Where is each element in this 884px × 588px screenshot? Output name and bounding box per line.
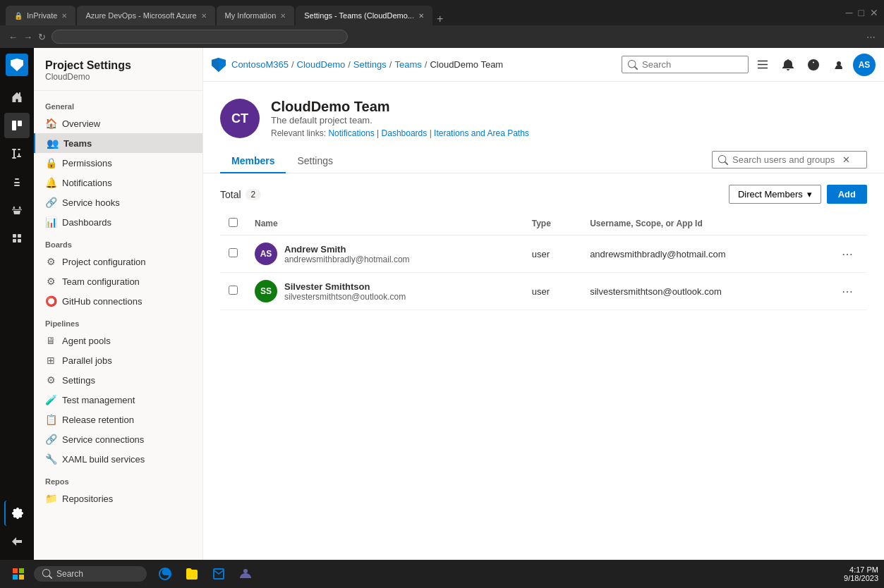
activity-icon-home[interactable] — [4, 85, 30, 110]
member2-email: silvestersmithtson@outlook.com — [284, 292, 406, 302]
sidebar-scroll: General 🏠 Overview 👥 Teams 🔒 Permissions… — [34, 94, 202, 560]
settings-icon[interactable]: ⋯ — [866, 32, 876, 42]
member1-details: Andrew Smith andrewsmithbradly@hotmail.c… — [284, 244, 410, 264]
svg-rect-7 — [19, 568, 24, 573]
iterations-link[interactable]: Iterations and Area Paths — [434, 128, 529, 138]
taskbar-time: 4:17 PM 9/18/2023 — [844, 565, 878, 582]
tab-close-2[interactable]: ✕ — [201, 12, 207, 20]
activity-icon-pipelines[interactable] — [4, 169, 30, 195]
sidebar-item-settings[interactable]: ⚙ Settings — [34, 370, 202, 390]
tab-close-4[interactable]: ✕ — [418, 12, 424, 20]
add-member-btn[interactable]: Add — [827, 185, 867, 204]
minimize-btn[interactable]: ─ — [846, 7, 853, 18]
address-input[interactable]: https://dev.azure.com/ContosoM365/CloudD… — [52, 30, 348, 44]
browser-tab-4[interactable]: Settings - Teams (CloudDemo... ✕ — [296, 6, 432, 25]
sidebar-item-service-connections[interactable]: 🔗 Service connections — [34, 429, 202, 449]
user-settings-btn[interactable] — [828, 54, 850, 76]
notifications-link[interactable]: Notifications — [328, 128, 374, 138]
member2-more-btn[interactable]: ⋯ — [836, 282, 859, 301]
breadcrumb-clouddemo[interactable]: CloudDemo — [297, 59, 346, 70]
sidebar-item-overview[interactable]: 🏠 Overview — [34, 114, 202, 133]
svg-rect-3 — [18, 234, 21, 238]
sidebar-section-general: General — [34, 94, 202, 114]
search-users-box[interactable]: ✕ — [712, 151, 867, 169]
close-btn[interactable]: ✕ — [870, 7, 878, 18]
sidebar-item-repositories[interactable]: 📁 Repositories — [34, 489, 202, 508]
activity-icon-artifacts[interactable] — [4, 226, 30, 251]
refresh-btn[interactable]: ↻ — [38, 32, 46, 42]
search-users-input[interactable] — [732, 154, 838, 165]
search-icon — [628, 60, 638, 70]
tab-close-3[interactable]: ✕ — [280, 12, 286, 20]
taskbar-app-teams[interactable] — [233, 561, 258, 587]
taskbar-app-file-explorer[interactable] — [179, 561, 205, 587]
app-logo[interactable] — [6, 54, 28, 76]
sidebar-label-service-hooks: Service hooks — [62, 197, 120, 208]
sidebar-item-teams[interactable]: 👥 Teams — [34, 133, 202, 153]
total-count: 2 — [246, 189, 262, 200]
sidebar-item-release-retention[interactable]: 📋 Release retention — [34, 410, 202, 429]
relevant-links-label: Relevant links: — [271, 128, 326, 138]
back-btn[interactable]: ← — [8, 32, 18, 42]
select-all-checkbox[interactable] — [229, 218, 238, 227]
browser-tab-1[interactable]: 🔒 InPrivate ✕ — [6, 6, 75, 25]
toolbar-right: Direct Members ▾ Add — [729, 185, 867, 204]
member2-info: SS Silvester Smithtson silvestersmithtso… — [255, 280, 515, 302]
sidebar-item-project-configuration[interactable]: ⚙ Project configuration — [34, 252, 202, 271]
sidebar-item-dashboards[interactable]: 📊 Dashboards — [34, 212, 202, 232]
sidebar-item-agent-pools[interactable]: 🖥 Agent pools — [34, 331, 202, 350]
search-users-close[interactable]: ✕ — [842, 154, 850, 165]
browser-chrome: 🔒 InPrivate ✕ Azure DevOps - Microsoft A… — [0, 0, 884, 25]
member1-more-btn[interactable]: ⋯ — [836, 245, 859, 264]
filter-direct-members-btn[interactable]: Direct Members ▾ — [729, 185, 821, 204]
filter-chevron-icon: ▾ — [807, 189, 812, 200]
member1-name-cell: AS Andrew Smith andrewsmithbradly@hotmai… — [246, 235, 523, 273]
member2-checkbox-cell — [220, 273, 246, 310]
start-button[interactable] — [6, 561, 31, 587]
help-btn[interactable] — [802, 54, 825, 76]
browser-tab-3[interactable]: My Information ✕ — [217, 6, 295, 25]
maximize-btn[interactable]: □ — [859, 7, 864, 18]
taskbar-apps — [152, 561, 258, 587]
sidebar-label-teams: Teams — [63, 138, 92, 149]
breadcrumb-teams[interactable]: Teams — [394, 59, 421, 70]
sidebar-item-notifications[interactable]: 🔔 Notifications — [34, 173, 202, 192]
dashboards-link[interactable]: Dashboards — [382, 128, 428, 138]
activity-icon-testplans[interactable] — [4, 197, 30, 223]
taskbar-search-box[interactable]: Search — [34, 566, 147, 582]
activity-icon-repos[interactable] — [4, 141, 30, 166]
sidebar-item-permissions[interactable]: 🔒 Permissions — [34, 153, 202, 173]
sidebar-item-parallel-jobs[interactable]: ⊞ Parallel jobs — [34, 350, 202, 370]
forward-btn[interactable]: → — [23, 32, 32, 42]
activity-icon-boards[interactable] — [4, 113, 30, 138]
taskbar-app-edge[interactable] — [152, 561, 178, 587]
taskbar-app-mail[interactable] — [206, 561, 231, 587]
sidebar-item-xaml-build[interactable]: 🔧 XAML build services — [34, 449, 202, 469]
sidebar-item-service-hooks[interactable]: 🔗 Service hooks — [34, 192, 202, 212]
team-avatar: CT — [220, 99, 260, 138]
hamburger-menu-btn[interactable] — [751, 54, 774, 76]
team-description: The default project team. — [271, 115, 529, 125]
global-search-box[interactable] — [622, 56, 749, 73]
svg-rect-2 — [13, 234, 16, 238]
sidebar-section-boards: Boards — [34, 232, 202, 252]
sidebar-item-github-connections[interactable]: ⭕ GitHub connections — [34, 291, 202, 311]
tab-close-1[interactable]: ✕ — [61, 12, 67, 20]
global-search-input[interactable] — [642, 59, 741, 70]
new-tab-button[interactable]: + — [437, 13, 443, 25]
browser-tab-2[interactable]: Azure DevOps - Microsoft Azure ✕ — [77, 6, 214, 25]
member1-checkbox[interactable] — [229, 248, 238, 257]
sidebar-item-team-configuration[interactable]: ⚙ Team configuration — [34, 271, 202, 291]
members-area: Total 2 Direct Members ▾ Add — [203, 173, 884, 560]
sidebar-item-test-management[interactable]: 🧪 Test management — [34, 390, 202, 410]
notification-bell-btn[interactable] — [777, 54, 799, 76]
team-info: CloudDemo Team The default project team.… — [271, 99, 529, 138]
activity-icon-settings[interactable] — [4, 501, 30, 526]
member2-checkbox[interactable] — [229, 286, 238, 295]
breadcrumb-settings[interactable]: Settings — [353, 59, 387, 70]
user-avatar[interactable]: AS — [853, 54, 876, 76]
tab-settings[interactable]: Settings — [286, 149, 344, 173]
activity-icon-collapse[interactable] — [4, 529, 30, 554]
tab-members[interactable]: Members — [220, 149, 286, 173]
breadcrumb-contoso[interactable]: ContosoM365 — [231, 59, 289, 70]
